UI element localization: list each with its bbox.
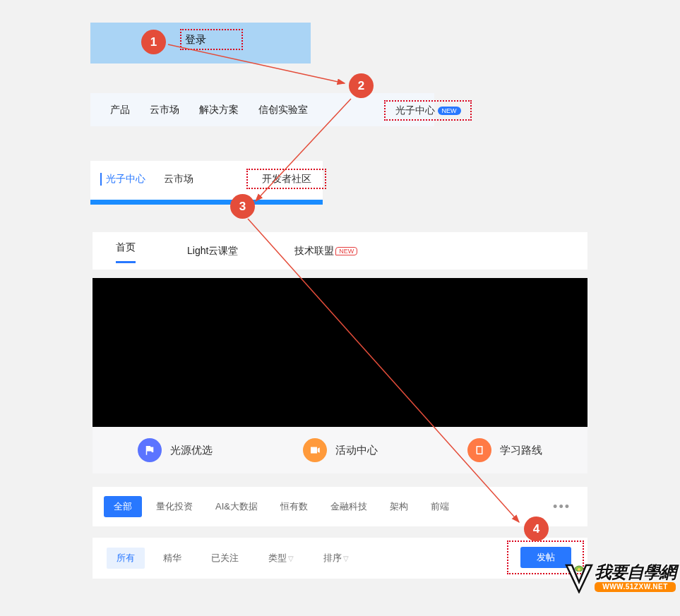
category-hengyoushu[interactable]: 恒有数 (272, 496, 316, 517)
login-bar: 登录 (90, 23, 311, 64)
watermark-logo-icon (565, 562, 593, 593)
step-2-marker: 2 (349, 73, 374, 98)
hero-banner (93, 278, 587, 428)
book-icon (467, 438, 491, 462)
watermark-url: WWW.51ZXW.NET (595, 582, 676, 592)
nav-product[interactable]: 产品 (100, 104, 140, 116)
login-button[interactable]: 登录 (180, 29, 243, 50)
tab-alliance-label: 技术联盟 (294, 245, 334, 256)
subnav-underline (90, 200, 323, 205)
feature-label: 活动中心 (335, 444, 378, 457)
category-ai-bigdata[interactable]: AI&大数据 (207, 496, 266, 517)
subnav-cloud-market[interactable]: 云市场 (153, 173, 205, 186)
subnav-photon-center[interactable]: 光子中心 (100, 173, 153, 186)
tab-home[interactable]: 首页 (93, 239, 159, 263)
feature-label: 光源优选 (170, 444, 213, 457)
feature-learning-path[interactable]: 学习路线 (422, 427, 587, 473)
nav-cloud-market[interactable]: 云市场 (140, 104, 189, 116)
content-tabs: 首页 Light云课堂 技术联盟NEW (93, 232, 587, 270)
top-nav: 产品 云市场 解决方案 信创实验室 光子中心 NEW (90, 93, 434, 126)
flag-icon (138, 438, 162, 462)
filter-sort-dropdown[interactable]: 排序▽ (312, 548, 360, 569)
nav-photon-label: 光子中心 (395, 104, 435, 117)
watermark-title: 我要自學網 (595, 564, 676, 581)
filter-type-label: 类型 (268, 552, 287, 563)
tab-active-underline (116, 261, 136, 263)
category-filter: 全部 量化投资 AI&大数据 恒有数 金融科技 架构 前端 ••• (93, 487, 587, 526)
tab-tech-alliance[interactable]: 技术联盟NEW (266, 245, 386, 258)
feature-activity-center[interactable]: 活动中心 (258, 427, 423, 473)
chevron-down-icon: ▽ (343, 555, 349, 562)
svg-point-3 (578, 568, 580, 571)
nav-lab[interactable]: 信创实验室 (249, 104, 318, 116)
category-more-icon[interactable]: ••• (553, 500, 576, 514)
category-frontend[interactable]: 前端 (422, 496, 458, 517)
camera-icon (303, 438, 327, 462)
step-3-marker: 3 (230, 194, 255, 219)
tab-light-cloud-class[interactable]: Light云课堂 (159, 245, 266, 258)
filter-all[interactable]: 所有 (107, 548, 145, 569)
step-4-marker: 4 (524, 517, 549, 541)
step-1-marker: 1 (141, 30, 166, 54)
filter-followed[interactable]: 已关注 (200, 548, 250, 569)
feature-label: 学习路线 (500, 444, 542, 457)
feature-light-select[interactable]: 光源优选 (93, 427, 258, 473)
filter-essence[interactable]: 精华 (152, 548, 193, 569)
filter-sort-label: 排序 (323, 552, 342, 563)
category-fintech[interactable]: 金融科技 (322, 496, 376, 517)
subnav-developer-community[interactable]: 开发者社区 (246, 169, 326, 189)
nav-photon-center[interactable]: 光子中心 NEW (384, 100, 472, 121)
new-badge-icon: NEW (438, 107, 461, 115)
filter-type-dropdown[interactable]: 类型▽ (257, 548, 305, 569)
nav-solutions[interactable]: 解决方案 (189, 104, 249, 116)
feature-icons-row: 光源优选 活动中心 学习路线 (93, 427, 587, 473)
category-all[interactable]: 全部 (104, 496, 142, 517)
category-architecture[interactable]: 架构 (381, 496, 417, 517)
tab-home-label: 首页 (116, 241, 136, 253)
new-badge-icon: NEW (335, 247, 357, 255)
sub-nav: 光子中心 云市场 开发者社区 (90, 161, 323, 205)
watermark: 我要自學網 WWW.51ZXW.NET (565, 562, 676, 593)
category-quant[interactable]: 量化投资 (148, 496, 201, 517)
chevron-down-icon: ▽ (288, 555, 294, 562)
publish-button[interactable]: 发帖 (520, 547, 571, 568)
